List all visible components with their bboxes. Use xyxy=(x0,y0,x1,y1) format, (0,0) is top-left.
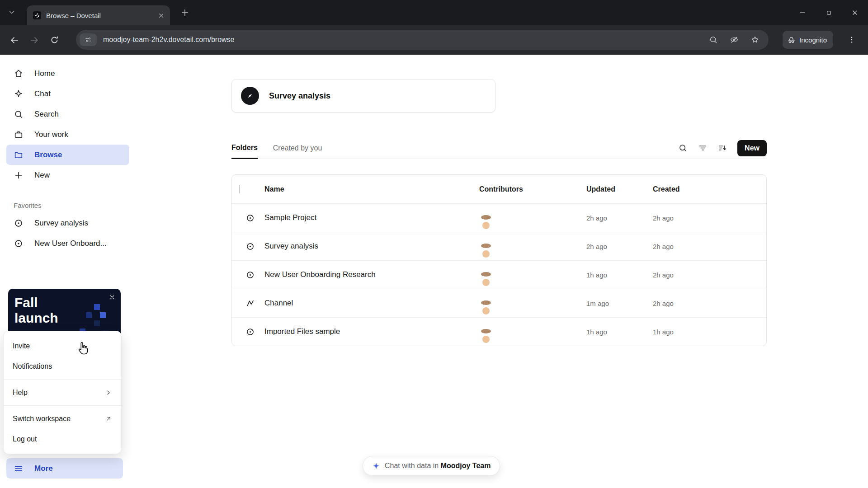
compass-icon xyxy=(241,87,259,105)
project-title: Survey analysis xyxy=(269,91,330,101)
search-icon[interactable] xyxy=(674,140,691,157)
menu-item-help[interactable]: Help xyxy=(4,382,121,403)
menu-item-label: Invite xyxy=(13,342,30,350)
row-name[interactable]: Channel xyxy=(261,299,474,308)
favorites-heading: Favorites xyxy=(14,202,122,209)
sidebar-item-label: Search xyxy=(34,110,59,119)
forward-icon[interactable] xyxy=(24,30,44,50)
row-name[interactable]: Sample Project xyxy=(261,213,474,222)
back-icon[interactable] xyxy=(5,30,24,50)
workspace-menu: Invite Notifications Help Switch workspa… xyxy=(3,331,122,454)
promo-pixel xyxy=(100,312,106,318)
briefcase-icon xyxy=(14,130,24,140)
minimize-button[interactable] xyxy=(789,0,816,25)
arrow-up-right-icon xyxy=(105,415,112,422)
chevron-right-icon xyxy=(105,389,112,396)
promo-pixel xyxy=(94,304,100,310)
target-icon xyxy=(14,239,24,249)
sidebar-item-new[interactable]: New xyxy=(6,165,129,185)
mouse-cursor xyxy=(76,342,90,355)
close-window-button[interactable] xyxy=(842,0,868,25)
project-header-card[interactable]: Survey analysis xyxy=(231,79,495,113)
table-row[interactable]: Imported Files sample 1h ago 1h ago xyxy=(232,317,766,346)
table-row[interactable]: New User Onboarding Research 1h ago 2h a… xyxy=(232,260,766,289)
table-header-row: Name Contributors Updated Created xyxy=(232,175,766,203)
sidebar-item-search[interactable]: Search xyxy=(6,104,129,124)
pulse-icon xyxy=(239,299,261,308)
promo-pixel xyxy=(86,312,92,318)
promo-pixel xyxy=(94,320,100,326)
url-bar[interactable]: moodjoy-team-2h2v.dovetail.com/browse xyxy=(76,30,769,50)
maximize-button[interactable] xyxy=(816,0,842,25)
row-name[interactable]: Imported Files sample xyxy=(261,327,474,336)
chat-pill-prefix: Chat with data in xyxy=(385,462,439,469)
browser-chrome: Browse – Dovetail xyxy=(0,0,868,55)
sidebar-item-home[interactable]: Home xyxy=(6,63,129,84)
sidebar-item-more[interactable]: More xyxy=(6,458,123,479)
browser-toolbar: moodjoy-team-2h2v.dovetail.com/browse In… xyxy=(0,25,868,55)
select-all-checkbox[interactable] xyxy=(239,185,240,193)
favorite-item-new-user-onboarding[interactable]: New User Onboard... xyxy=(6,233,129,253)
plus-icon xyxy=(14,170,24,180)
tab-folders[interactable]: Folders xyxy=(231,137,258,159)
row-name[interactable]: New User Onboarding Research xyxy=(261,270,474,279)
menu-item-label: Help xyxy=(13,389,28,397)
main-content: Survey analysis Folders Created by you N… xyxy=(231,79,767,346)
incognito-label: Incognito xyxy=(799,36,827,44)
promo-close-icon[interactable] xyxy=(109,294,115,300)
url-text[interactable]: moodjoy-team-2h2v.dovetail.com/browse xyxy=(103,36,704,44)
menu-item-switch-workspace[interactable]: Switch workspace xyxy=(4,408,121,429)
column-header-name[interactable]: Name xyxy=(261,185,474,193)
chat-with-data-pill[interactable]: Chat with data in Moodjoy Team xyxy=(363,456,500,476)
sidebar-item-chat[interactable]: Chat xyxy=(6,84,129,104)
sidebar-item-label: Home xyxy=(34,69,55,78)
incognito-icon xyxy=(787,36,796,44)
row-updated: 2h ago xyxy=(581,243,647,250)
sidebar-item-label: Your work xyxy=(34,130,68,139)
menu-item-invite[interactable]: Invite xyxy=(4,336,121,356)
sidebar-item-your-work[interactable]: Your work xyxy=(6,124,129,145)
row-created: 2h ago xyxy=(647,214,766,222)
table-row[interactable]: Survey analysis 2h ago 2h ago xyxy=(232,232,766,260)
reload-icon[interactable] xyxy=(44,30,64,50)
row-name[interactable]: Survey analysis xyxy=(261,242,474,251)
row-updated: 2h ago xyxy=(581,214,647,222)
window-controls xyxy=(789,0,868,25)
table-row[interactable]: Sample Project 2h ago 2h ago xyxy=(232,203,766,232)
row-updated: 1m ago xyxy=(581,300,647,307)
filter-icon[interactable] xyxy=(694,140,711,157)
row-updated: 1h ago xyxy=(581,271,647,279)
sidebar-item-label: New xyxy=(34,171,50,180)
row-created: 2h ago xyxy=(647,243,766,250)
tab-search-chevron-icon[interactable] xyxy=(7,8,16,17)
new-button[interactable]: New xyxy=(737,140,767,156)
zoom-icon[interactable] xyxy=(704,31,722,49)
menu-divider xyxy=(4,405,121,406)
sidebar-item-browse[interactable]: Browse xyxy=(6,145,129,165)
promo-title: Fall launch xyxy=(14,295,73,326)
column-header-created[interactable]: Created xyxy=(647,185,766,193)
tab-close-icon[interactable] xyxy=(158,12,165,19)
menu-item-label: Log out xyxy=(13,435,37,443)
column-header-contributors[interactable]: Contributors xyxy=(474,185,581,193)
browser-menu-icon[interactable] xyxy=(842,30,862,50)
sidebar-item-label: Chat xyxy=(34,89,51,99)
target-icon xyxy=(239,213,261,223)
eye-off-icon[interactable] xyxy=(725,31,743,49)
menu-item-log-out[interactable]: Log out xyxy=(4,429,121,449)
site-info-icon[interactable] xyxy=(80,33,97,46)
favorite-item-survey-analysis[interactable]: Survey analysis xyxy=(6,213,129,233)
sort-icon[interactable] xyxy=(714,140,731,157)
table-row[interactable]: Channel 1m ago 2h ago xyxy=(232,289,766,317)
column-header-updated[interactable]: Updated xyxy=(581,185,647,193)
browser-tab[interactable]: Browse – Dovetail xyxy=(27,5,170,25)
menu-item-notifications[interactable]: Notifications xyxy=(4,356,121,376)
sparkle-icon xyxy=(14,89,24,99)
menu-item-label: Notifications xyxy=(13,362,52,371)
tab-created-by-you[interactable]: Created by you xyxy=(273,137,322,159)
bookmark-star-icon[interactable] xyxy=(746,31,764,49)
sparkle-icon xyxy=(372,462,380,470)
new-tab-icon[interactable] xyxy=(180,8,190,18)
content-tabs: Folders Created by you New xyxy=(231,137,767,159)
row-updated: 1h ago xyxy=(581,328,647,336)
